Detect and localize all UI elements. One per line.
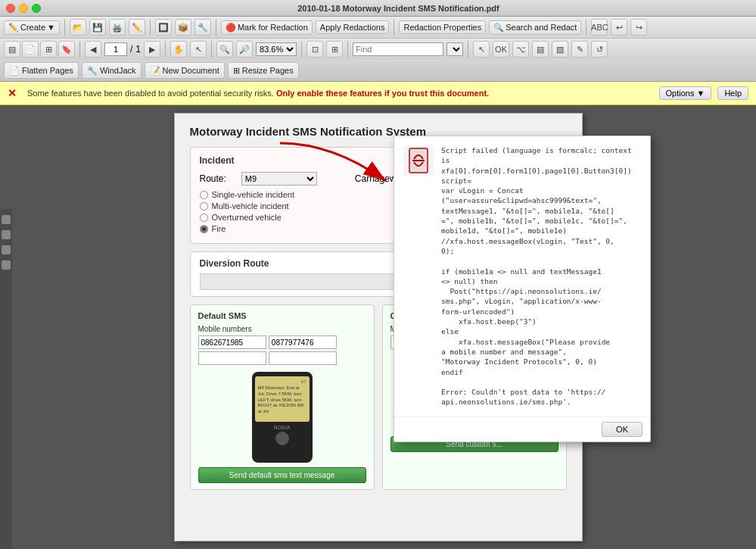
mobile-numbers-label: Mobile numbers [198,325,366,333]
separator11 [468,41,468,58]
open-button[interactable]: 📂 [70,19,86,36]
default-sms-section: Default SMS Mobile numbers 67 M9 Diversi… [190,304,375,490]
main-content: Motorway Incident SMS Notification Syste… [0,105,756,549]
fit-width-button[interactable]: ⊞ [326,41,343,58]
new-doc-icon: 📝 [150,66,160,76]
sidebar-left [0,209,12,549]
create-icon: ✏️ [8,23,19,33]
error-message: Script failed (language is formcalc; con… [441,145,641,407]
error-popup: Script failed (language is formcalc; con… [394,136,651,442]
sidebar-icon-3[interactable] [2,245,11,254]
warning-icon: ✕ [8,87,17,99]
radio-fire-circle [200,225,208,233]
phone-button [275,432,289,445]
new-document-button[interactable]: 📝 New Document [145,62,225,79]
tool-b-button[interactable]: ⌥ [512,41,529,58]
undo-button[interactable]: ↩ [611,19,627,36]
print-button[interactable]: 🖨️ [109,19,126,36]
bookmarks-toggle-button[interactable]: 🔖 [58,41,75,58]
mobile-input-1[interactable] [198,335,266,349]
pages-toggle-button[interactable]: 📄 [22,41,39,58]
close-button[interactable] [6,4,15,13]
mobile-input-3[interactable] [198,351,266,365]
mark-redaction-button[interactable]: 🔴 Mark for Redaction [221,20,313,35]
radio-multi-vehicle-circle [200,202,208,211]
page-number-input[interactable] [104,42,127,56]
mark-icon: 🔴 [226,23,236,33]
tool-f-button[interactable]: ↺ [591,41,608,58]
error-content: Script failed (language is formcalc; con… [394,136,650,416]
window-controls [6,4,41,13]
edit-button[interactable]: ✏️ [129,19,145,36]
separator5 [586,19,586,36]
hand-tool-button[interactable]: ✋ [170,41,187,58]
zoom-in-button[interactable]: 🔎 [236,41,253,58]
send-default-sms-button[interactable]: Send default sms text message [198,467,366,483]
next-page-button[interactable]: ▶ [144,41,160,58]
tool3-button[interactable]: 🔧 [194,19,211,36]
sidebar-toggles: ▤ 📄 ⊞ 🔖 [4,41,75,58]
create-chevron-icon: ▼ [47,23,55,32]
tool-a-button[interactable]: OK [493,41,509,58]
phone-brand: NOKIA [255,425,310,430]
separator10 [347,41,348,58]
tool1-button[interactable]: 🔲 [155,19,172,36]
page-separator: / [130,44,132,55]
redo-button[interactable]: ↪ [630,19,647,36]
sidebar-toggle-button[interactable]: ▤ [4,41,20,58]
mobile-input-4[interactable] [269,351,337,365]
phone-number-display: 67 [258,379,306,384]
phone-screen: 67 M9 Diversion. Exit at Jnt; Drive 7.5K… [255,376,310,422]
sidebar-icon-2[interactable] [2,230,11,239]
fit-page-button[interactable]: ⊡ [306,41,323,58]
prev-page-button[interactable]: ◀ [85,41,101,58]
separator2 [150,19,151,36]
radio-overturned-circle [200,214,208,222]
toolbar-row1: ✏️ Create ▼ 📂 💾 🖨️ ✏️ 🔲 📦 🔧 🔴 Mark for R… [0,17,756,39]
select-tool-button[interactable]: ↖ [190,41,207,58]
tool-d-button[interactable]: ▧ [552,41,568,58]
route-label: Route: [200,173,226,184]
sidebar-icon-1[interactable] [2,215,11,224]
search-redact-icon: 🔍 [493,23,504,33]
sidebar-icon-4[interactable] [2,260,11,270]
zoom-out-button[interactable]: 🔍 [216,41,233,58]
save-button[interactable]: 💾 [89,19,106,36]
security-text: Some features have been disabled to avoi… [27,89,653,98]
resize-pages-button[interactable]: ⊞ Resize Pages [228,62,299,79]
phone-message-text: M9 Diversion. Exit at Jnt; Drive 7.5KM; … [258,385,306,415]
spell-check-button[interactable]: ABC [591,19,608,36]
zoom-select[interactable]: 83.6% [256,42,297,56]
minimize-button[interactable] [19,4,28,13]
options-button[interactable]: Options ▼ [659,86,712,100]
layers-toggle-button[interactable]: ⊞ [40,41,57,58]
phone-mockup: 67 M9 Diversion. Exit at Jnt; Drive 7.5K… [252,372,313,463]
find-input[interactable] [353,42,443,56]
separator7 [165,41,166,58]
redaction-properties-button[interactable]: Redaction Properties [399,20,486,34]
apply-redactions-button[interactable]: Apply Redactions [316,20,390,34]
toolbar-row2: ▤ 📄 ⊞ 🔖 ◀ / 1 ▶ ✋ ↖ 🔍 🔎 83.6% ⊡ ⊞ ↖ OK ⌥… [0,39,756,60]
maximize-button[interactable] [32,4,41,13]
find-options-select[interactable] [446,42,463,56]
windjack-button[interactable]: 🔧 WindJack [82,62,142,79]
mobile-input-2[interactable] [269,335,337,349]
default-sms-title: Default SMS [198,311,366,320]
separator8 [211,41,212,58]
search-and-redact-button[interactable]: 🔍 Search and Redact [489,20,581,35]
separator4 [394,19,394,36]
tool2-button[interactable]: 📦 [175,19,191,36]
flatten-pages-button[interactable]: 📄 Flatten Pages [4,62,79,79]
radio-single-vehicle-circle [200,191,208,199]
separator3 [216,19,216,36]
tool-e-button[interactable]: ✎ [571,41,588,58]
help-button[interactable]: Help [717,86,748,100]
select-mode-button[interactable]: ↖ [473,41,490,58]
route-select[interactable]: M9 [241,172,317,186]
separator6 [79,41,80,58]
separator [64,19,65,36]
error-footer: OK [394,416,650,441]
ok-button[interactable]: OK [602,422,642,437]
create-button[interactable]: ✏️ Create ▼ [4,20,60,35]
tool-c-button[interactable]: ▤ [532,41,549,58]
